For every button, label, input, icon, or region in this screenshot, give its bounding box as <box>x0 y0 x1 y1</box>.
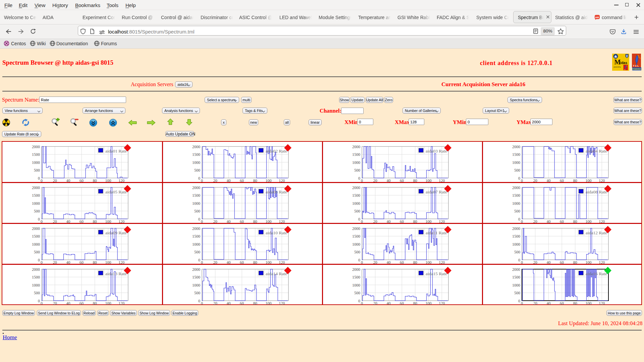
svg-text:500: 500 <box>354 168 360 173</box>
svg-text:100: 100 <box>266 301 272 305</box>
svg-text:40: 40 <box>66 260 70 264</box>
svg-text:120: 120 <box>439 178 445 183</box>
svg-text:80: 80 <box>93 178 97 183</box>
svg-text:0: 0 <box>41 178 43 183</box>
svg-text:120: 120 <box>279 260 285 264</box>
svg-text:0: 0 <box>358 176 360 181</box>
svg-text:1000: 1000 <box>512 283 520 288</box>
svg-text:0: 0 <box>201 301 203 305</box>
svg-text:aida16 Rate: aida16 Rate <box>586 271 607 276</box>
svg-text:0: 0 <box>198 299 200 303</box>
svg-text:0: 0 <box>201 219 203 224</box>
svg-text:1000: 1000 <box>512 201 520 206</box>
svg-text:20: 20 <box>213 260 217 264</box>
svg-text:80: 80 <box>573 301 577 305</box>
svg-text:1000: 1000 <box>192 283 200 288</box>
svg-text:80: 80 <box>573 219 577 224</box>
svg-text:2000: 2000 <box>352 185 360 190</box>
svg-text:120: 120 <box>439 260 445 264</box>
svg-text:20: 20 <box>213 178 217 183</box>
svg-text:20: 20 <box>533 219 537 224</box>
svg-text:tcl: tcl <box>624 69 626 70</box>
svg-text:20: 20 <box>53 301 57 305</box>
svg-text:2000: 2000 <box>512 144 520 149</box>
svg-text:500: 500 <box>514 168 520 173</box>
svg-text:0: 0 <box>38 299 40 303</box>
svg-text:60: 60 <box>79 178 84 183</box>
svg-text:100: 100 <box>105 178 111 183</box>
svg-text:aida13 Rate: aida13 Rate <box>105 271 127 276</box>
svg-text:40: 40 <box>386 301 390 305</box>
svg-text:aida11 Rate: aida11 Rate <box>426 230 447 235</box>
svg-text:1500: 1500 <box>352 234 360 239</box>
svg-text:60: 60 <box>400 260 404 264</box>
svg-text:100: 100 <box>426 178 432 183</box>
svg-text:0: 0 <box>198 258 200 262</box>
svg-text:2000: 2000 <box>32 185 40 190</box>
svg-text:500: 500 <box>514 291 520 295</box>
svg-text:POWERED: POWERED <box>633 68 641 70</box>
svg-text:0: 0 <box>201 260 203 264</box>
svg-text:40: 40 <box>546 301 550 305</box>
svg-text:1500: 1500 <box>192 234 200 239</box>
svg-text:500: 500 <box>34 209 40 214</box>
svg-text:80: 80 <box>93 219 97 224</box>
svg-text:80: 80 <box>253 260 257 264</box>
svg-text:40: 40 <box>226 260 230 264</box>
svg-text:aida09 Rate: aida09 Rate <box>105 230 127 235</box>
svg-text:0: 0 <box>361 301 363 305</box>
svg-text:TCL: TCL <box>633 65 640 67</box>
svg-text:60: 60 <box>560 260 564 264</box>
svg-text:0: 0 <box>358 258 360 262</box>
svg-text:1000: 1000 <box>32 201 40 206</box>
svg-text:80: 80 <box>253 301 257 305</box>
svg-text:60: 60 <box>240 219 244 224</box>
svg-text:20: 20 <box>53 219 57 224</box>
svg-text:1000: 1000 <box>352 283 360 288</box>
svg-text:120: 120 <box>279 219 285 224</box>
svg-text:1000: 1000 <box>32 242 40 247</box>
svg-text:60: 60 <box>240 178 244 183</box>
svg-text:1500: 1500 <box>512 275 520 280</box>
svg-text:120: 120 <box>118 301 124 305</box>
svg-text:0: 0 <box>518 176 520 181</box>
svg-text:1000: 1000 <box>192 242 200 247</box>
svg-text:60: 60 <box>240 260 244 264</box>
svg-text:100: 100 <box>586 260 592 264</box>
svg-text:1500: 1500 <box>352 152 360 157</box>
svg-text:2000: 2000 <box>352 226 360 231</box>
svg-text:0: 0 <box>521 301 523 305</box>
svg-text:powered by: powered by <box>614 66 621 68</box>
svg-text:40: 40 <box>386 178 390 183</box>
svg-text:2000: 2000 <box>512 226 520 231</box>
svg-text:2000: 2000 <box>192 144 200 149</box>
svg-text:aida05 Rate: aida05 Rate <box>105 189 127 194</box>
svg-text:60: 60 <box>79 301 84 305</box>
svg-text:1500: 1500 <box>512 193 520 198</box>
svg-text:500: 500 <box>514 250 520 254</box>
svg-text:20: 20 <box>533 178 537 183</box>
svg-text:aida04 Rate: aida04 Rate <box>586 148 607 154</box>
svg-text:80: 80 <box>93 301 97 305</box>
svg-text:40: 40 <box>66 178 70 183</box>
svg-text:0: 0 <box>361 260 363 264</box>
svg-text:120: 120 <box>118 178 124 183</box>
svg-text:aida03 Rate: aida03 Rate <box>426 148 447 154</box>
svg-text:1500: 1500 <box>32 234 40 239</box>
svg-text:0: 0 <box>521 260 523 264</box>
svg-text:0: 0 <box>521 219 523 224</box>
svg-text:M: M <box>614 58 621 66</box>
svg-text:500: 500 <box>34 168 40 173</box>
svg-text:500: 500 <box>354 250 360 254</box>
svg-text:500: 500 <box>194 168 200 173</box>
svg-text:100: 100 <box>266 219 272 224</box>
svg-text:80: 80 <box>253 178 257 183</box>
svg-text:60: 60 <box>79 260 84 264</box>
svg-text:500: 500 <box>34 250 40 254</box>
svg-text:1500: 1500 <box>512 234 520 239</box>
svg-text:1000: 1000 <box>512 160 520 165</box>
svg-text:120: 120 <box>279 301 285 305</box>
svg-text:0: 0 <box>361 219 363 224</box>
svg-text:0: 0 <box>358 217 360 222</box>
svg-text:20: 20 <box>53 178 57 183</box>
